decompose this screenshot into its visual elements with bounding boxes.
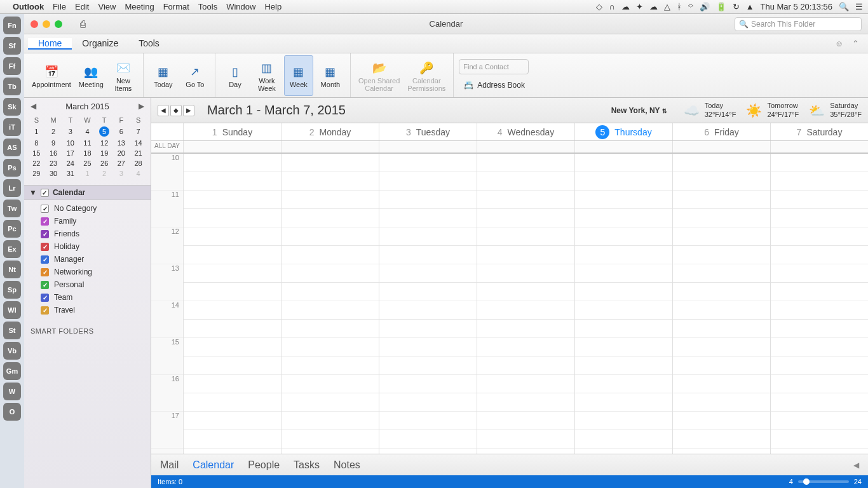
mini-day[interactable]: 3 [113,168,130,179]
day-column[interactable] [183,154,281,454]
category-item[interactable]: ✓Team [29,293,146,302]
category-item[interactable]: ✓Networking [29,268,146,276]
mini-day[interactable]: 10 [62,138,79,148]
category-checkbox[interactable]: ✓ [41,217,49,226]
view-notes[interactable]: Notes [334,459,360,471]
zoom-slider[interactable] [798,480,849,483]
month-view-button[interactable]: ▦Month [316,55,345,96]
day-header[interactable]: 7Saturday [770,123,868,140]
mini-day[interactable]: 3 [62,125,79,138]
cloud2-icon[interactable]: ☁ [649,2,658,11]
print-icon[interactable]: ⎙ [80,18,86,29]
category-checkbox[interactable]: ✓ [41,243,49,251]
mini-day[interactable]: 27 [113,158,130,168]
category-item[interactable]: ✓Personal [29,280,146,289]
permissions-button[interactable]: 🔑Calendar Permissions [405,55,448,96]
dock-app[interactable]: O [3,403,21,421]
mini-day[interactable]: 30 [45,168,62,179]
menu-view[interactable]: View [98,2,116,11]
dock-app[interactable]: Ex [3,240,21,258]
wifi-icon[interactable]: ⌔ [688,2,693,11]
dock-app[interactable]: Gm [3,362,21,380]
open-shared-button[interactable]: 📂Open Shared Calendar [356,55,402,96]
smart-folders-header[interactable]: SMART FOLDERS [24,322,151,340]
day-header[interactable]: 6Friday [672,123,770,140]
view-mail[interactable]: Mail [160,459,179,471]
mini-day[interactable]: 11 [79,138,96,148]
menu-window[interactable]: Window [226,2,255,11]
view-people[interactable]: People [248,459,280,471]
day-column[interactable] [672,154,770,454]
mini-day[interactable]: 17 [62,148,79,158]
menu-tools[interactable]: Tools [198,2,217,11]
tab-organize[interactable]: Organize [72,38,128,48]
volume-icon[interactable]: 🔊 [700,2,710,11]
dock-app[interactable]: Sf [3,37,21,55]
dock-app[interactable]: Tw [3,200,21,217]
dock-app[interactable]: Nt [3,261,21,278]
location-selector[interactable]: New York, NY ⇅ [611,106,667,115]
mini-calendar[interactable]: SMTWTFS123456789101112131415161718192021… [24,115,151,185]
category-item[interactable]: ✓Holiday [29,242,146,251]
drive-icon[interactable]: △ [664,2,670,11]
notification-icon[interactable]: ☰ [855,2,863,11]
category-checkbox[interactable]: ✓ [41,306,49,315]
week-view-button[interactable]: ▦Week [284,55,313,96]
mini-day[interactable]: 16 [45,148,62,158]
mini-day[interactable]: 13 [113,138,130,148]
tab-home[interactable]: Home [28,38,72,50]
mini-day[interactable]: 6 [113,125,130,138]
spotlight-icon[interactable]: 🔍 [839,2,849,11]
mini-day[interactable]: 19 [96,148,113,158]
mini-day[interactable]: 4 [79,125,96,138]
calendar-section-header[interactable]: ▼ ✓ Calendar [24,185,151,200]
mini-day[interactable]: 8 [28,138,45,148]
dock-app[interactable]: Fn [3,17,21,34]
prev-month-button[interactable]: ◀ [31,102,36,111]
goto-button[interactable]: ↗Go To [180,55,210,96]
today-button[interactable]: ▦Today [149,55,178,96]
weather-day[interactable]: ☀️Tomorrow24°F/17°F [746,102,799,118]
calendar-grid[interactable]: 1011121314151617 [151,154,868,454]
prev-week-button[interactable]: ◀ [158,105,169,116]
menu-extra-icon[interactable]: ▲ [746,2,754,11]
dock-app[interactable]: Wl [3,301,21,319]
appointment-button[interactable]: 📅Appointment [29,55,74,96]
category-checkbox[interactable]: ✓ [41,205,49,213]
app-name[interactable]: Outlook [13,2,44,11]
mini-day[interactable]: 15 [28,148,45,158]
mini-day[interactable]: 4 [130,168,147,179]
category-item[interactable]: ✓Travel [29,306,146,315]
clock[interactable]: Thu Mar 5 20:13:56 [761,2,832,11]
dock-app[interactable]: Sk [3,98,21,116]
mini-day[interactable]: 7 [130,125,147,138]
category-checkbox[interactable]: ✓ [41,281,49,289]
dock-app[interactable]: St [3,322,21,339]
dock-app[interactable]: AS [3,139,21,156]
day-header[interactable]: 4Wednesday [477,123,574,140]
day-header[interactable]: 3Tuesday [379,123,477,140]
dock-app[interactable]: Lr [3,179,21,197]
menu-file[interactable]: File [53,2,66,11]
mini-day[interactable]: 1 [28,125,45,138]
dock-app[interactable]: Tb [3,78,21,95]
mini-day[interactable]: 24 [62,158,79,168]
mini-day[interactable]: 18 [79,148,96,158]
day-header[interactable]: 1Sunday [183,123,281,140]
mini-day[interactable]: 2 [45,125,62,138]
mini-day[interactable]: 25 [79,158,96,168]
mini-day[interactable]: 1 [79,168,96,179]
day-header[interactable]: 2Monday [281,123,379,140]
mini-day[interactable]: 31 [62,168,79,179]
mini-day[interactable]: 14 [130,138,147,148]
view-calendar[interactable]: Calendar [193,459,234,471]
mini-day[interactable]: 2 [96,168,113,179]
dock-app[interactable]: iT [3,118,21,136]
folder-search[interactable]: 🔍 Search This Folder [735,17,862,31]
mini-day[interactable]: 12 [96,138,113,148]
find-contact-input[interactable]: Find a Contact [459,59,529,74]
view-tasks[interactable]: Tasks [294,459,320,471]
timemachine-icon[interactable]: ↻ [733,2,740,11]
calendar-checkbox[interactable]: ✓ [41,189,49,197]
headphones-icon[interactable]: ∩ [609,2,614,11]
